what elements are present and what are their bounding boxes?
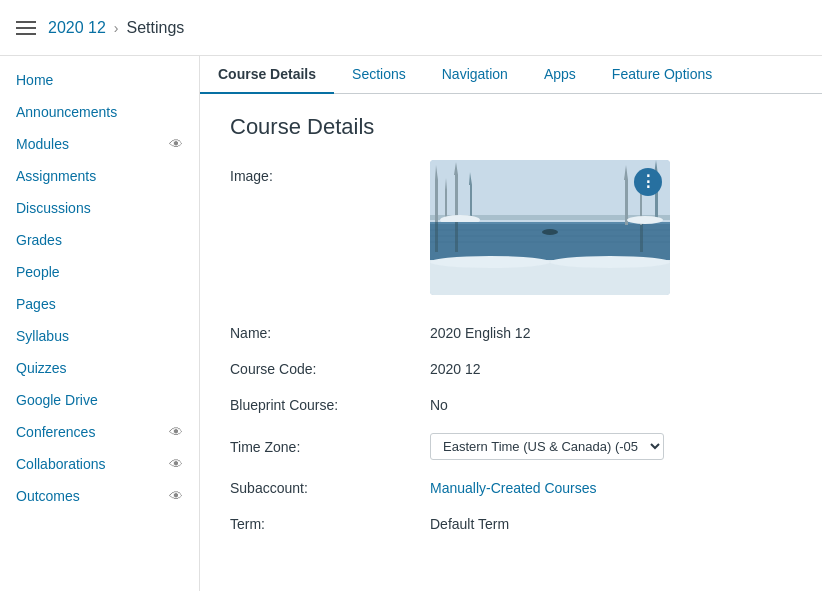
sidebar-item-people[interactable]: People (0, 256, 199, 288)
sidebar-item-syllabus[interactable]: Syllabus (0, 320, 199, 352)
page-title: Course Details (230, 114, 792, 140)
blueprint-row: Blueprint Course: No (230, 387, 792, 423)
name-row: Name: 2020 English 12 (230, 315, 792, 351)
eye-icon-conferences: 👁 (169, 424, 183, 440)
svg-rect-6 (455, 175, 458, 220)
svg-point-28 (430, 256, 550, 268)
sidebar-item-google-drive[interactable]: Google Drive (0, 384, 199, 416)
timezone-row: Time Zone: Eastern Time (US & Canada) (-… (230, 423, 792, 470)
breadcrumb-link[interactable]: 2020 12 (48, 19, 106, 37)
sidebar-item-outcomes[interactable]: Outcomes 👁 (0, 480, 199, 512)
main-layout: Home Announcements Modules 👁 Assignments… (0, 56, 822, 591)
term-label: Term: (230, 516, 430, 532)
blueprint-value: No (430, 397, 448, 413)
sidebar-item-collaborations[interactable]: Collaborations 👁 (0, 448, 199, 480)
tab-course-details[interactable]: Course Details (200, 56, 334, 94)
course-code-row: Course Code: 2020 12 (230, 351, 792, 387)
content-area: Course Details Sections Navigation Apps … (200, 56, 822, 591)
hamburger-icon[interactable] (16, 21, 36, 35)
breadcrumb-separator: › (114, 20, 119, 36)
course-details-panel: Course Details Image: (200, 94, 822, 562)
sidebar-item-assignments[interactable]: Assignments (0, 160, 199, 192)
sidebar-item-discussions[interactable]: Discussions (0, 192, 199, 224)
name-label: Name: (230, 325, 430, 341)
term-value: Default Term (430, 516, 509, 532)
svg-rect-8 (470, 185, 472, 220)
tabs: Course Details Sections Navigation Apps … (200, 56, 822, 94)
sidebar-item-grades[interactable]: Grades (0, 224, 199, 256)
breadcrumb: 2020 12 › Settings (48, 19, 184, 37)
name-value: 2020 English 12 (430, 325, 530, 341)
image-menu-button[interactable]: ⋮ (634, 168, 662, 196)
sidebar: Home Announcements Modules 👁 Assignments… (0, 56, 200, 591)
svg-rect-18 (640, 222, 643, 252)
tab-feature-options[interactable]: Feature Options (594, 56, 730, 94)
sidebar-item-pages[interactable]: Pages (0, 288, 199, 320)
tab-apps[interactable]: Apps (526, 56, 594, 94)
svg-rect-20 (625, 180, 628, 225)
top-bar: 2020 12 › Settings (0, 0, 822, 56)
blueprint-label: Blueprint Course: (230, 397, 430, 413)
eye-icon: 👁 (169, 136, 183, 152)
sidebar-item-announcements[interactable]: Announcements (0, 96, 199, 128)
sidebar-item-quizzes[interactable]: Quizzes (0, 352, 199, 384)
image-label: Image: (230, 160, 430, 295)
term-row: Term: Default Term (230, 506, 792, 542)
eye-icon-collaborations: 👁 (169, 456, 183, 472)
svg-rect-17 (455, 222, 458, 252)
svg-point-26 (627, 216, 663, 224)
timezone-select[interactable]: Eastern Time (US & Canada) (-05 (430, 433, 664, 460)
tab-navigation[interactable]: Navigation (424, 56, 526, 94)
course-code-value: 2020 12 (430, 361, 481, 377)
course-code-label: Course Code: (230, 361, 430, 377)
subaccount-row: Subaccount: Manually-Created Courses (230, 470, 792, 506)
svg-rect-16 (435, 222, 438, 252)
subaccount-label: Subaccount: (230, 480, 430, 496)
svg-rect-4 (445, 190, 447, 220)
sidebar-item-modules[interactable]: Modules 👁 (0, 128, 199, 160)
subaccount-value[interactable]: Manually-Created Courses (430, 480, 597, 496)
eye-icon-outcomes: 👁 (169, 488, 183, 504)
svg-point-29 (550, 256, 670, 268)
svg-point-19 (542, 229, 558, 235)
tab-sections[interactable]: Sections (334, 56, 424, 94)
image-row: Image: (230, 160, 792, 295)
sidebar-item-home[interactable]: Home (0, 64, 199, 96)
timezone-label: Time Zone: (230, 439, 430, 455)
sidebar-item-conferences[interactable]: Conferences 👁 (0, 416, 199, 448)
breadcrumb-current: Settings (127, 19, 185, 37)
svg-rect-2 (435, 180, 438, 225)
image-container: ⋮ (430, 160, 670, 295)
